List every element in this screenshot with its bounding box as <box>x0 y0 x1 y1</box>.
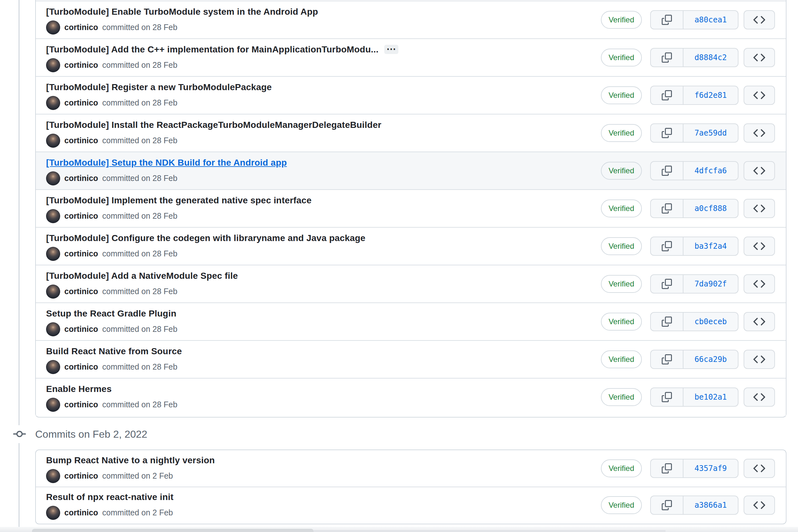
verified-badge[interactable]: Verified <box>601 496 642 514</box>
commit-row: Bump React Native to a nightly version c… <box>36 450 786 487</box>
copy-sha-button[interactable] <box>651 124 684 142</box>
author-name-link[interactable]: cortinico <box>64 324 98 334</box>
avatar[interactable] <box>46 506 60 520</box>
copy-sha-button[interactable] <box>651 237 684 255</box>
commit-sha-link[interactable]: f6d2e81 <box>684 86 738 104</box>
copy-sha-button[interactable] <box>651 350 684 368</box>
author-name-link[interactable]: cortinico <box>64 362 98 372</box>
code-icon <box>753 89 765 101</box>
browse-code-button[interactable] <box>744 48 775 67</box>
commit-sha-link[interactable]: a80cea1 <box>684 11 738 29</box>
author-name-link[interactable]: cortinico <box>64 287 98 296</box>
copy-sha-button[interactable] <box>651 275 684 293</box>
commit-sha-link[interactable]: a0cf888 <box>684 200 738 217</box>
verified-badge[interactable]: Verified <box>601 200 642 217</box>
commit-title-link[interactable]: Enable Hermes <box>46 384 112 394</box>
browse-code-button[interactable] <box>744 161 775 180</box>
copy-sha-button[interactable] <box>651 496 684 514</box>
verified-badge[interactable]: Verified <box>601 388 642 406</box>
copy-sha-button[interactable] <box>651 11 684 29</box>
avatar[interactable] <box>46 285 60 299</box>
browse-code-button[interactable] <box>744 350 775 369</box>
author-name-link[interactable]: cortinico <box>64 60 98 70</box>
commit-message-expander-button[interactable]: ⋯ <box>384 45 398 54</box>
verified-badge[interactable]: Verified <box>601 124 642 142</box>
commit-actions: Verified 7ae59dd <box>601 124 775 142</box>
commit-title-link[interactable]: [TurboModule] Add a NativeModule Spec fi… <box>46 271 238 281</box>
commit-title-link[interactable]: Setup the React Gradle Plugin <box>46 308 176 319</box>
author-name-link[interactable]: cortinico <box>64 400 98 409</box>
browse-code-button[interactable] <box>744 274 775 293</box>
browse-code-button[interactable] <box>744 86 775 105</box>
commit-title-link[interactable]: [TurboModule] Add the C++ implementation… <box>46 44 379 55</box>
commit-title-link[interactable]: [TurboModule] Implement the generated na… <box>46 195 312 206</box>
author-name-link[interactable]: cortinico <box>64 471 98 480</box>
avatar[interactable] <box>46 469 60 483</box>
avatar[interactable] <box>46 96 60 110</box>
commit-sha-link[interactable]: 7da902f <box>684 275 738 293</box>
commit-sha-link[interactable]: a3866a1 <box>684 496 738 514</box>
avatar[interactable] <box>46 20 60 35</box>
commit-title-link[interactable]: [TurboModule] Enable TurboModule system … <box>46 7 318 17</box>
verified-badge[interactable]: Verified <box>601 49 642 66</box>
commit-author-line: cortinico committed on 28 Feb <box>46 58 398 72</box>
copy-sha-button[interactable] <box>651 86 684 104</box>
commit-title-link[interactable]: [TurboModule] Configure the codegen with… <box>46 233 365 243</box>
commit-title-link[interactable]: Bump React Native to a nightly version <box>46 455 215 466</box>
verified-badge[interactable]: Verified <box>601 275 642 293</box>
copy-sha-button[interactable] <box>651 459 684 477</box>
avatar[interactable] <box>46 360 60 374</box>
commit-title-link[interactable]: [TurboModule] Setup the NDK Build for th… <box>46 158 287 168</box>
commit-title-link[interactable]: [TurboModule] Install the ReactPackageTu… <box>46 120 381 130</box>
verified-badge[interactable]: Verified <box>601 459 642 477</box>
avatar[interactable] <box>46 58 60 72</box>
avatar[interactable] <box>46 134 60 148</box>
avatar[interactable] <box>46 398 60 412</box>
author-name-link[interactable]: cortinico <box>64 23 98 32</box>
commit-date-text: committed on 28 Feb <box>103 60 178 70</box>
author-name-link[interactable]: cortinico <box>64 508 98 517</box>
commit-sha-link[interactable]: 7ae59dd <box>684 124 738 142</box>
verified-badge[interactable]: Verified <box>601 86 642 104</box>
browse-code-button[interactable] <box>744 124 775 142</box>
browse-code-button[interactable] <box>744 387 775 407</box>
verified-badge[interactable]: Verified <box>601 350 642 368</box>
copy-sha-button[interactable] <box>651 49 684 66</box>
avatar[interactable] <box>46 322 60 336</box>
commit-sha-link[interactable]: d8884c2 <box>684 49 738 66</box>
verified-badge[interactable]: Verified <box>601 313 642 330</box>
commit-sha-link[interactable]: 4357af9 <box>684 459 738 477</box>
commit-sha-link[interactable]: 4dfcfa6 <box>684 162 738 180</box>
browse-code-button[interactable] <box>744 459 775 478</box>
author-name-link[interactable]: cortinico <box>64 174 98 183</box>
avatar[interactable] <box>46 171 60 186</box>
avatar[interactable] <box>46 209 60 223</box>
browse-code-button[interactable] <box>744 312 775 331</box>
sha-button-group: 7ae59dd <box>650 124 739 142</box>
commit-sha-link[interactable]: 66ca29b <box>684 350 738 368</box>
copy-icon <box>662 279 672 289</box>
author-name-link[interactable]: cortinico <box>64 98 98 108</box>
author-name-link[interactable]: cortinico <box>64 249 98 258</box>
verified-badge[interactable]: Verified <box>601 237 642 255</box>
copy-sha-button[interactable] <box>651 162 684 180</box>
copy-sha-button[interactable] <box>651 313 684 330</box>
copy-sha-button[interactable] <box>651 388 684 406</box>
browse-code-button[interactable] <box>744 236 775 256</box>
copy-icon <box>662 500 672 510</box>
commit-title-link[interactable]: Build React Native from Source <box>46 346 182 357</box>
verified-badge[interactable]: Verified <box>601 162 642 180</box>
browse-code-button[interactable] <box>744 496 775 515</box>
author-name-link[interactable]: cortinico <box>64 211 98 221</box>
commit-title-link[interactable]: Result of npx react-native init <box>46 492 174 502</box>
commit-sha-link[interactable]: be102a1 <box>684 388 738 406</box>
commit-title-link[interactable]: [TurboModule] Register a new TurboModule… <box>46 82 272 92</box>
browse-code-button[interactable] <box>744 199 775 218</box>
verified-badge[interactable]: Verified <box>601 11 642 29</box>
author-name-link[interactable]: cortinico <box>64 136 98 145</box>
avatar[interactable] <box>46 247 60 261</box>
browse-code-button[interactable] <box>744 10 775 30</box>
commit-sha-link[interactable]: cb0eceb <box>684 313 738 330</box>
copy-sha-button[interactable] <box>651 200 684 217</box>
commit-sha-link[interactable]: ba3f2a4 <box>684 237 738 255</box>
